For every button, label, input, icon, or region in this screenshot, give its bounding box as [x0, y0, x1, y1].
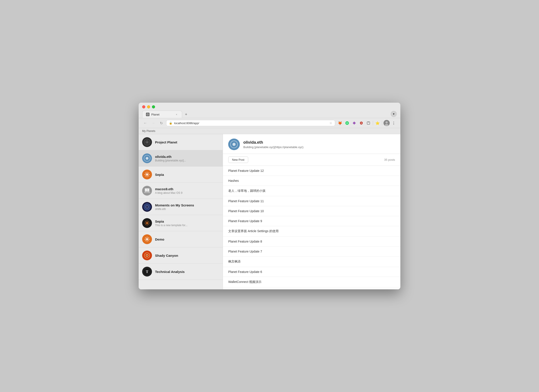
- favorites-icon[interactable]: ⭐: [374, 120, 381, 126]
- main-content: Project Planet olivida.eth Building [pla…: [139, 134, 400, 289]
- fox-extension-icon[interactable]: 🦊: [337, 120, 343, 126]
- posts-count: 35 posts: [384, 158, 395, 161]
- sidebar-item-olivida[interactable]: olivida.eth Building [planetable.xyz]...: [139, 150, 223, 167]
- reload-button[interactable]: ↻: [158, 120, 164, 126]
- content-profile-desc: Building [planetable.xyz](https://planet…: [243, 145, 303, 149]
- post-item-7[interactable]: 文章设置界面 Article Settings 的使用: [223, 226, 400, 237]
- avatar-moments: [142, 202, 152, 212]
- address-bar[interactable]: 🔒 localhost:8086/app/ ☆: [166, 120, 335, 126]
- sidebar-item-technical-analysis[interactable]: T Technical Analysis: [139, 264, 223, 280]
- sidebar-item-name: Sepia: [155, 173, 219, 177]
- sidebar-item-moments[interactable]: Moments on My Screens ohlife.eth: [139, 199, 223, 215]
- content-profile-name: olivida.eth: [243, 140, 303, 145]
- nav-divider-2: [382, 121, 382, 125]
- content-profile-avatar: [228, 139, 240, 150]
- post-item-13[interactable]: Planet Feature Update 5: [223, 287, 400, 289]
- extensions-puzzle-icon[interactable]: [365, 120, 371, 126]
- sidebar-item-desc: Building [planetable.xyz]...: [155, 159, 219, 162]
- minimize-button[interactable]: [147, 105, 150, 108]
- address-lock-icon: 🔒: [169, 121, 172, 124]
- bookmark-icon[interactable]: ☆: [329, 121, 332, 125]
- sidebar: Project Planet olivida.eth Building [pla…: [139, 134, 223, 289]
- new-post-button[interactable]: New Post: [228, 157, 248, 163]
- svg-point-1: [148, 114, 148, 115]
- svg-point-23: [146, 174, 148, 175]
- more-menu-button[interactable]: ⋮: [391, 120, 397, 126]
- svg-text:9: 9: [147, 189, 148, 191]
- content-actions-bar: New Post 35 posts: [223, 154, 400, 166]
- title-bar: Planet × + ▾: [139, 103, 400, 118]
- svg-point-39: [146, 222, 148, 224]
- sidebar-item-demo-text: Demo: [155, 238, 219, 241]
- sidebar-item-name: Demo: [155, 238, 219, 241]
- svg-text:W: W: [346, 122, 348, 124]
- post-item-1[interactable]: Planet Feature Update 12: [223, 166, 400, 176]
- post-item-10[interactable]: 枫言枫语: [223, 257, 400, 267]
- content-profile: olivida.eth Building [planetable.xyz](ht…: [228, 139, 395, 150]
- whatsapp-extension-icon[interactable]: W: [344, 120, 350, 126]
- post-list: Planet Feature Update 12 Hashes 老人，绿草地，踢…: [223, 166, 400, 289]
- breadcrumb: My Planets: [139, 128, 400, 134]
- forward-button[interactable]: →: [150, 120, 156, 126]
- post-item-3[interactable]: 老人，绿草地，踢球的小孩: [223, 186, 400, 196]
- post-item-5[interactable]: Planet Feature Update 10: [223, 206, 400, 216]
- maximize-button[interactable]: [152, 105, 155, 108]
- tabs-bar: Planet × + ▾: [142, 111, 397, 118]
- svg-point-7: [385, 121, 388, 124]
- active-tab[interactable]: Planet ×: [142, 111, 182, 118]
- svg-point-45: [146, 239, 148, 240]
- sidebar-item-desc: This is a new template for...: [155, 224, 219, 227]
- sidebar-item-desc: A blog about Mac OS 9: [155, 191, 219, 194]
- tab-favicon: [146, 113, 149, 116]
- content-profile-info: olivida.eth Building [planetable.xyz](ht…: [243, 140, 303, 149]
- sidebar-item-project-planet-text: Project Planet: [155, 140, 219, 144]
- tab-dropdown-button[interactable]: ▾: [391, 111, 397, 117]
- sidebar-item-name: Moments on My Screens: [155, 203, 219, 207]
- avatar-sepia-2: [142, 218, 152, 228]
- sidebar-item-macos9[interactable]: 9 macos9.eth A blog about Mac OS 9: [139, 183, 223, 199]
- avatar-demo: [142, 234, 152, 244]
- post-item-4[interactable]: Planet Feature Update 11: [223, 196, 400, 206]
- sidebar-item-name: macos9.eth: [155, 187, 219, 191]
- traffic-lights: [142, 105, 397, 108]
- post-item-6[interactable]: Planet Feature Update 9: [223, 216, 400, 226]
- post-item-8[interactable]: Planet Feature Update 8: [223, 237, 400, 247]
- content-header: olivida.eth Building [planetable.xyz](ht…: [223, 134, 400, 154]
- tab-close-button[interactable]: ×: [175, 113, 178, 116]
- sidebar-item-name: Technical Analysis: [155, 270, 219, 274]
- close-button[interactable]: [142, 105, 145, 108]
- post-item-2[interactable]: Hashes: [223, 176, 400, 186]
- avatar-macos9: 9: [142, 186, 152, 196]
- svg-point-17: [146, 157, 148, 160]
- back-button[interactable]: ←: [142, 120, 148, 126]
- svg-point-49: [147, 255, 148, 256]
- navigation-bar: ← → ↻ 🔒 localhost:8086/app/ ☆ 🦊 W: [139, 118, 400, 128]
- svg-rect-28: [146, 191, 148, 192]
- sidebar-item-shady-canyon[interactable]: Shady Canyon: [139, 248, 223, 264]
- new-tab-button[interactable]: +: [183, 111, 189, 118]
- sidebar-item-desc: ohlife.eth: [155, 208, 219, 211]
- sidebar-item-shady-text: Shady Canyon: [155, 254, 219, 258]
- tab-title: Planet: [151, 113, 173, 116]
- post-item-12[interactable]: WalletConnect 视频演示: [223, 277, 400, 287]
- sidebar-item-demo[interactable]: Demo: [139, 231, 223, 248]
- purple-extension-icon[interactable]: [351, 120, 357, 126]
- sidebar-item-project-planet[interactable]: Project Planet: [139, 134, 223, 150]
- browser-window: Planet × + ▾ ← → ↻ 🔒 localhost:8086/app/…: [139, 103, 400, 289]
- sidebar-item-sepia-2[interactable]: Sepia This is a new template for...: [139, 215, 223, 231]
- post-item-9[interactable]: Planet Feature Update 7: [223, 247, 400, 257]
- shield-extension-icon[interactable]: S: [358, 120, 364, 126]
- sidebar-item-technical-text: Technical Analysis: [155, 270, 219, 274]
- svg-text:T: T: [146, 270, 148, 274]
- avatar-technical-analysis: T: [142, 267, 152, 277]
- sidebar-item-moments-text: Moments on My Screens ohlife.eth: [155, 203, 219, 211]
- address-text: localhost:8086/app/: [174, 121, 328, 125]
- profile-avatar[interactable]: [384, 120, 390, 126]
- post-item-11[interactable]: Planet Feature Update 6: [223, 267, 400, 277]
- sidebar-item-sepia1-text: Sepia: [155, 173, 219, 177]
- sidebar-item-name: Shady Canyon: [155, 254, 219, 258]
- avatar-project-planet: [142, 137, 152, 147]
- sidebar-item-sepia-1[interactable]: Sepia: [139, 167, 223, 183]
- tab-spacer: ▾: [189, 111, 397, 118]
- avatar-shady-canyon: [142, 251, 152, 260]
